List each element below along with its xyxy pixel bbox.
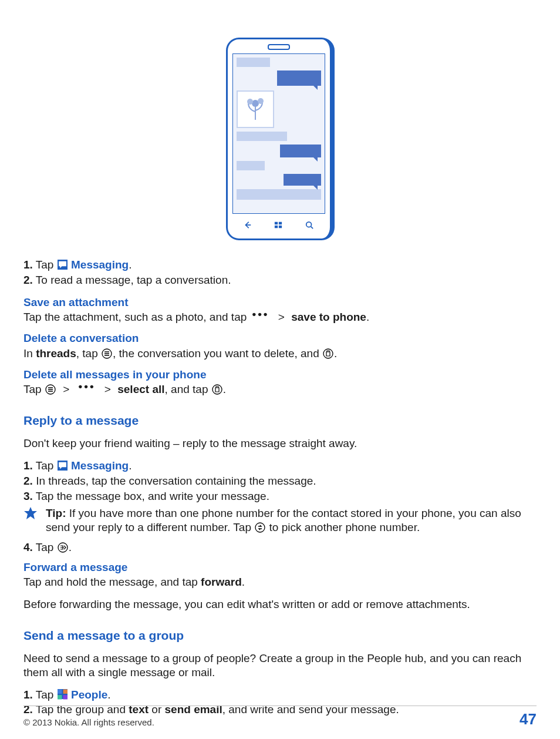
- period: .: [129, 459, 131, 472]
- phone-navbar: [232, 217, 325, 233]
- messaging-label: Messaging: [71, 459, 129, 472]
- head-save-attachment: Save an attachment: [23, 295, 537, 310]
- step-1: 1. Tap Messaging.: [23, 258, 537, 272]
- select-list-icon: [45, 384, 56, 395]
- head-reply: Reply to a message: [23, 413, 537, 428]
- txt: Tap: [23, 383, 45, 395]
- phone-outline: [226, 38, 335, 240]
- svg-rect-14: [58, 689, 62, 693]
- svg-point-1: [247, 99, 253, 105]
- phone-illustration-wrap: [23, 38, 537, 240]
- copyright: © 2013 Nokia. All rights reserved.: [23, 717, 154, 728]
- trash-icon: [323, 348, 333, 359]
- svg-rect-16: [58, 695, 62, 699]
- period: .: [107, 688, 110, 701]
- svg-rect-3: [275, 222, 278, 224]
- svg-point-12: [255, 523, 265, 532]
- chevron: >: [59, 382, 73, 397]
- txt: , and tap: [165, 383, 211, 395]
- reply-step-2: 2. In threads, tap the conversation cont…: [23, 474, 537, 488]
- msg-bubble-out: [280, 145, 321, 157]
- txt: Tap the message box, and write your mess…: [36, 490, 269, 502]
- windows-icon: [274, 221, 282, 229]
- switch-number-icon: [255, 522, 265, 533]
- chevron: >: [101, 382, 114, 397]
- txt: In threads, tap the conversation contain…: [36, 475, 316, 487]
- forward-line: Tap and hold the message, and tap forwar…: [23, 575, 537, 589]
- save-attachment-text: Tap the attachment, such as a photo, and…: [23, 310, 537, 324]
- txt: Tap and hold the message, and tap: [23, 576, 201, 588]
- forward-after: Before forwarding the message, you can e…: [23, 597, 537, 612]
- step-num: 1.: [23, 459, 33, 472]
- phone-screen: [232, 53, 325, 214]
- tip-row: Tip: If you have more than one phone num…: [23, 506, 537, 535]
- group-step-1: 1. Tap People.: [23, 688, 537, 702]
- reply-step-3: 3. Tap the message box, and write your m…: [23, 489, 537, 503]
- chevron: >: [275, 310, 288, 324]
- svg-point-7: [306, 222, 312, 227]
- period: .: [129, 258, 131, 271]
- period: .: [334, 347, 337, 360]
- msg-bubble-out: [284, 174, 321, 186]
- star-icon: [23, 506, 38, 524]
- search-icon: [305, 221, 313, 229]
- reply-intro: Don't keep your friend waiting – reply t…: [23, 436, 537, 451]
- step-num: 1.: [23, 258, 33, 271]
- txt: Tap: [36, 459, 54, 472]
- send-icon: [58, 542, 68, 553]
- trash-icon: [212, 384, 222, 395]
- msg-bubble-in: [237, 58, 271, 67]
- svg-rect-15: [63, 689, 67, 693]
- txt: , tap: [76, 347, 101, 360]
- svg-rect-4: [279, 222, 282, 224]
- txt: Tap: [36, 688, 54, 701]
- select-all: select all: [117, 383, 164, 395]
- people-label: People: [71, 688, 107, 701]
- delete-all-text: Tap > ••• > select all, and tap .: [23, 382, 537, 397]
- photo-attachment: [237, 90, 274, 128]
- step-num: 3.: [23, 490, 33, 502]
- msg-bubble-in: [237, 161, 265, 170]
- step-num: 2.: [23, 475, 33, 487]
- manual-page: 1. Tap Messaging. 2. To read a message, …: [0, 0, 560, 739]
- messaging-icon: [58, 260, 68, 270]
- messaging-icon: [58, 461, 68, 471]
- svg-point-2: [258, 98, 264, 104]
- msg-bubble-in: [237, 132, 287, 141]
- period: .: [223, 383, 226, 395]
- phone-speaker: [268, 44, 290, 50]
- step-num: 2.: [23, 274, 33, 286]
- step-text: Tap: [36, 258, 54, 271]
- txt: , the conversation you want to delete, a…: [113, 347, 322, 360]
- reply-step-1: 1. Tap Messaging.: [23, 459, 537, 473]
- more-icon: •••: [250, 307, 272, 321]
- page-number: 47: [519, 710, 537, 729]
- save-to-phone: save to phone: [291, 311, 366, 323]
- delete-conv-text: In threads, tap , the conversation you w…: [23, 347, 537, 361]
- svg-rect-17: [63, 695, 67, 699]
- step-num: 1.: [23, 688, 33, 701]
- head-group: Send a message to a group: [23, 628, 537, 643]
- txt: to pick another phone number.: [266, 521, 420, 533]
- txt: Tap: [36, 541, 57, 553]
- period: .: [242, 576, 245, 588]
- group-intro: Need to send a message to a group of peo…: [23, 651, 537, 680]
- head-forward: Forward a message: [23, 560, 537, 575]
- msg-bubble-out: [277, 70, 321, 86]
- select-list-icon: [102, 348, 112, 359]
- back-icon: [244, 221, 252, 229]
- reply-step-4: 4. Tap .: [23, 540, 537, 555]
- svg-rect-6: [279, 226, 282, 228]
- page-footer: © 2013 Nokia. All rights reserved. 47: [23, 706, 537, 729]
- messaging-label: Messaging: [71, 258, 129, 271]
- txt: Tap the attachment, such as a photo, and…: [23, 311, 250, 323]
- step-num: 4.: [23, 541, 33, 553]
- step-2: 2. To read a message, tap a conversation…: [23, 273, 537, 287]
- tip-lead: Tip:: [46, 507, 66, 519]
- flower-icon: [242, 96, 268, 122]
- head-delete-all: Delete all messages in your phone: [23, 368, 537, 382]
- more-icon: •••: [76, 379, 98, 394]
- svg-rect-5: [275, 226, 278, 228]
- head-delete-conv: Delete a conversation: [23, 331, 537, 345]
- step-text: To read a message, tap a conversation.: [36, 274, 231, 286]
